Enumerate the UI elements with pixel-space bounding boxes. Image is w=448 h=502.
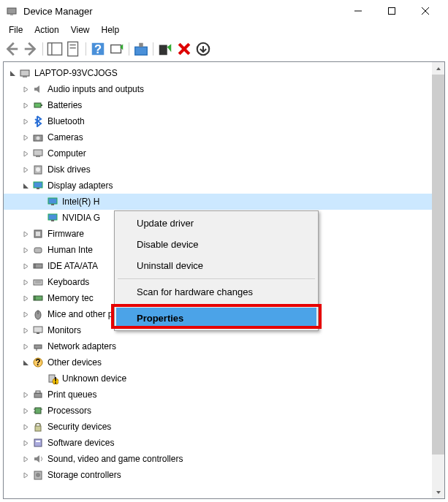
menu-help[interactable]: Help [96, 23, 126, 37]
show-hide-tree-button[interactable] [46, 40, 64, 58]
tree-category[interactable]: Bluetooth [4, 113, 444, 129]
expander-icon[interactable] [20, 341, 31, 352]
node-label: Cameras [48, 132, 83, 142]
expander-icon[interactable] [20, 244, 31, 256]
update-driver-button[interactable] [132, 40, 150, 58]
scroll-down-button[interactable] [432, 486, 444, 498]
tree-category[interactable]: ?Other devices [4, 354, 444, 370]
expander-icon[interactable] [20, 292, 31, 304]
expander-icon[interactable] [20, 405, 31, 417]
expander-icon[interactable] [7, 67, 18, 79]
menu-action[interactable]: Action [29, 23, 64, 37]
menu-view[interactable]: View [65, 23, 96, 37]
maximize-button[interactable] [375, 0, 409, 22]
node-label: Batteries [48, 100, 82, 110]
node-label: Security devices [48, 422, 111, 432]
svg-rect-47 [37, 332, 39, 334]
network-icon [31, 340, 45, 353]
minimize-button[interactable] [341, 0, 375, 22]
svg-rect-24 [34, 150, 42, 156]
computer-icon [31, 147, 45, 160]
svg-rect-0 [7, 8, 16, 14]
tree-category[interactable]: Display adapters [4, 178, 444, 194]
help-button[interactable]: ? [89, 40, 107, 58]
tree-device[interactable]: Intel(R) H [4, 194, 444, 210]
expander-icon[interactable] [20, 276, 31, 288]
svg-rect-1 [10, 14, 13, 15]
context-menu-item[interactable]: Disable device [116, 234, 316, 255]
monitor-icon [31, 324, 45, 337]
expander-icon[interactable] [20, 469, 31, 481]
node-label: Memory tec [48, 293, 94, 303]
back-button[interactable] [3, 40, 20, 58]
expander-icon[interactable] [20, 83, 31, 95]
tree-category[interactable]: Print queues [4, 387, 444, 403]
expander-icon[interactable] [20, 180, 31, 191]
expander-icon[interactable] [20, 99, 31, 111]
svg-rect-61 [35, 426, 41, 431]
tree-category[interactable]: Software devices [4, 435, 444, 451]
context-menu-item[interactable]: Scan for hardware changes [116, 281, 316, 303]
close-button[interactable] [409, 0, 442, 22]
toolbar-separator [84, 41, 88, 57]
expander-icon[interactable] [20, 357, 31, 368]
toolbar: ? [0, 38, 448, 60]
vertical-scrollbar[interactable] [432, 62, 444, 498]
node-label: Intel(R) H [62, 197, 99, 207]
computer-icon [18, 66, 31, 80]
node-label: Print queues [48, 389, 96, 400]
node-label: Software devices [48, 438, 114, 448]
svg-rect-35 [36, 232, 40, 236]
toolbar-separator [151, 41, 155, 57]
forward-button[interactable] [22, 40, 39, 58]
expander-icon[interactable] [20, 324, 31, 336]
menu-file[interactable]: File [3, 23, 29, 37]
expander-icon[interactable] [20, 115, 31, 127]
expander-icon[interactable] [20, 437, 31, 449]
expander-icon[interactable] [20, 164, 31, 175]
expander-icon[interactable] [20, 421, 31, 433]
tree-category[interactable]: Disk drives [4, 161, 444, 178]
expander-icon[interactable] [20, 148, 31, 159]
node-label: Processors [48, 406, 91, 416]
scroll-thumb[interactable] [432, 75, 444, 455]
expander-icon[interactable] [20, 389, 31, 400]
node-label: Other devices [48, 357, 102, 368]
tree-category[interactable]: Sound, video and game controllers [4, 451, 444, 467]
enable-button[interactable] [156, 40, 174, 58]
node-label: NVIDIA G [62, 213, 100, 223]
software-icon [31, 436, 45, 449]
tree-category[interactable]: Cameras [4, 129, 444, 145]
svg-rect-13 [111, 45, 121, 53]
context-menu-item[interactable]: Uninstall device [116, 255, 316, 276]
context-menu-item[interactable]: Properties [116, 308, 316, 329]
context-menu: Update driverDisable deviceUninstall dev… [114, 210, 319, 331]
svg-rect-63 [36, 441, 40, 442]
expander-icon[interactable] [20, 132, 31, 143]
svg-rect-6 [48, 43, 61, 56]
down-button[interactable] [194, 40, 212, 58]
tree-category[interactable]: Batteries [4, 97, 444, 113]
tree-category[interactable]: Network adapters [4, 338, 444, 354]
tree-category[interactable]: Computer [4, 145, 444, 161]
expander-icon[interactable] [20, 228, 31, 240]
tree-category[interactable]: Processors [4, 403, 444, 419]
tree-device[interactable]: !Unknown device [4, 370, 444, 387]
svg-rect-33 [51, 220, 54, 221]
tree-category[interactable]: Audio inputs and outputs [4, 81, 444, 97]
scroll-up-button[interactable] [432, 62, 444, 75]
expander-icon[interactable] [20, 260, 31, 272]
storage-icon [31, 468, 45, 482]
properties-button[interactable] [65, 40, 83, 58]
tree-category[interactable]: Security devices [4, 419, 444, 435]
uninstall-button[interactable] [175, 40, 193, 58]
tree-category[interactable]: Storage controllers [4, 467, 444, 483]
memory-icon [31, 292, 45, 305]
tree-root[interactable]: LAPTOP-93VCJOGS [4, 65, 444, 81]
scan-button[interactable] [108, 40, 126, 58]
node-label: Storage controllers [48, 470, 121, 480]
expander-icon[interactable] [20, 308, 31, 320]
context-menu-item[interactable]: Update driver [116, 213, 316, 234]
camera-icon [31, 131, 45, 144]
expander-icon[interactable] [20, 453, 31, 465]
